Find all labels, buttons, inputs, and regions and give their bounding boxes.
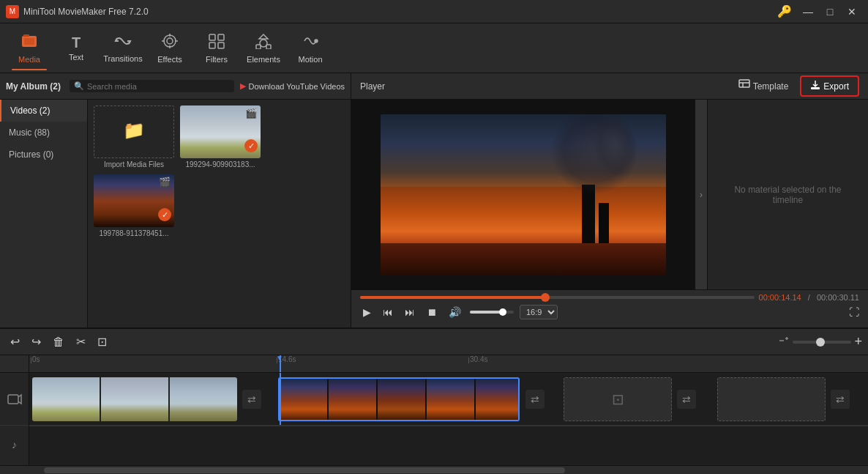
video-track: ⇄ ⇄ [29,373,868,426]
cut-button[interactable]: ✂ [72,332,90,352]
swap-button-1[interactable]: ⇄ [242,390,261,409]
audio-track [29,426,868,464]
right-info-panel: No material selected on the timeline [707,100,868,289]
left-content-area: Videos (2) Music (88) Pictures (0) 📁 Imp… [0,100,351,327]
ruler-mark-14: 14.6s [277,355,296,363]
toolbar-filters-label: Filters [206,55,228,64]
play-button[interactable]: ▶ [360,305,374,319]
svg-rect-17 [739,80,749,87]
seek-bar[interactable] [360,296,755,299]
prev-frame-button[interactable]: ⏮ [380,305,396,319]
next-frame-button[interactable]: ⏭ [402,305,418,319]
minimize-button[interactable]: — [798,4,818,20]
svg-point-3 [164,35,176,47]
zoom-icon [778,335,790,349]
window-controls: — □ ✕ [798,4,862,20]
svg-rect-9 [209,34,215,40]
media-label-2: 199788-911378451... [94,229,174,237]
undo-button[interactable]: ↩ [6,332,24,352]
clip-placeholder-1[interactable]: ⊡ [564,377,672,421]
zoom-slider[interactable] [793,341,851,344]
scrollbar-thumb[interactable] [44,467,565,473]
import-label: Import Media Files [94,160,174,169]
effects-icon [161,33,179,53]
svg-rect-10 [218,34,224,40]
export-button[interactable]: Export [800,75,859,97]
toolbar-elements[interactable]: Elements [240,26,287,70]
svg-rect-20 [811,87,820,89]
clip-placeholder-2[interactable] [717,377,826,421]
sidebar-item-pictures[interactable]: Pictures (0) [0,144,87,166]
controls-row: ▶ ⏮ ⏭ ⏹ 🔊 16:9 9:16 4:3 1:1 ⛶ [360,305,859,319]
sidebar-item-videos[interactable]: Videos (2) [0,100,87,122]
volume-bar[interactable] [470,311,514,314]
scrollbar-track[interactable] [1,467,868,474]
svg-rect-1 [23,34,29,37]
timeline-toolbar: ↩ ↪ 🗑 ✂ ⊡ + [0,329,868,355]
swap-button-4[interactable]: ⇄ [831,390,850,409]
toolbar-media[interactable]: Media [6,26,53,70]
placeholder-icon: ⊡ [612,390,624,408]
left-panel-header: My Album (2) 🔍 ▶ Download YouTube Videos [0,73,351,100]
motion-icon [302,33,319,53]
yt-btn-label: Download YouTube Videos [249,82,345,91]
toolbar-motion[interactable]: Motion [287,26,334,70]
volume-button[interactable]: 🔊 [446,305,464,319]
sidebar-item-music[interactable]: Music (88) [0,122,87,144]
timeline-ruler: 0s 14.6s 30.4s [29,355,868,373]
zoom-add-button[interactable]: + [854,334,862,349]
clip-1[interactable] [32,377,237,421]
video-camera-icon: 🎬 [245,108,257,119]
close-button[interactable]: ✕ [842,4,862,20]
import-icon: 📁 [123,120,145,141]
download-youtube-button[interactable]: ▶ Download YouTube Videos [240,81,345,91]
media-item-video2[interactable]: 🎬 ✓ 199788-911378451... [94,174,174,237]
current-time: 00:00:14.14 [759,293,801,302]
titlebar: M MiniTool MovieMaker Free 7.2.0 🔑 — □ ✕ [0,0,868,23]
redo-button[interactable]: ↪ [27,332,45,352]
album-title: My Album (2) [6,81,61,92]
left-panel: My Album (2) 🔍 ▶ Download YouTube Videos… [0,73,351,327]
export-icon [810,80,820,92]
toolbar-filters[interactable]: Filters [193,26,240,70]
check-badge-2: ✓ [158,208,171,221]
delete-button[interactable]: 🗑 [48,333,69,352]
swap-button-2[interactable]: ⇄ [525,390,545,409]
app-title: MiniTool MovieMaker Free 7.2.0 [23,7,777,17]
maximize-button[interactable]: □ [820,4,840,20]
toolbar-text[interactable]: T Text [53,26,100,70]
crop-button[interactable]: ⊡ [93,332,111,352]
stop-button[interactable]: ⏹ [424,305,440,319]
toolbar-transitions[interactable]: Transitions [100,26,146,70]
template-label: Template [753,81,789,92]
timeline-track-icons: ♪ [0,355,29,465]
toolbar-motion-label: Motion [298,55,322,64]
ruler-mark-0: 0s [31,355,40,363]
toolbar: Media T Text Transitions Effects Filters… [0,23,868,73]
timeline-scrollbar[interactable] [0,465,868,474]
search-input[interactable] [87,82,160,91]
svg-rect-12 [218,42,224,48]
collapse-panel-button[interactable]: › [695,100,707,289]
player-title: Player [360,81,546,92]
toolbar-effects[interactable]: Effects [146,26,193,70]
ruler-mark-30: 30.4s [468,355,487,363]
swap-button-3[interactable]: ⇄ [677,390,696,409]
export-label: Export [823,81,849,92]
app-icon: M [6,5,19,18]
timeline: ↩ ↪ 🗑 ✂ ⊡ + ♪ 0s 14 [0,327,868,474]
svg-point-4 [167,38,173,44]
search-icon: 🔍 [74,81,84,91]
template-button[interactable]: Template [733,76,795,96]
toolbar-text-label: Text [69,53,83,62]
key-icon: 🔑 [777,4,792,18]
timeline-scroll-area[interactable]: 0s 14.6s 30.4s [29,355,868,465]
audio-track-icon: ♪ [0,426,29,464]
fullscreen-button[interactable]: ⛶ [849,306,859,318]
clip-2[interactable] [278,377,520,421]
search-area[interactable]: 🔍 [70,80,234,92]
aspect-ratio-select[interactable]: 16:9 9:16 4:3 1:1 [520,305,558,319]
media-item-video1[interactable]: 🎬 ✓ 199294-909903183... [180,105,261,169]
elements-icon [255,33,272,53]
import-media-item[interactable]: 📁 Import Media Files [94,105,174,169]
